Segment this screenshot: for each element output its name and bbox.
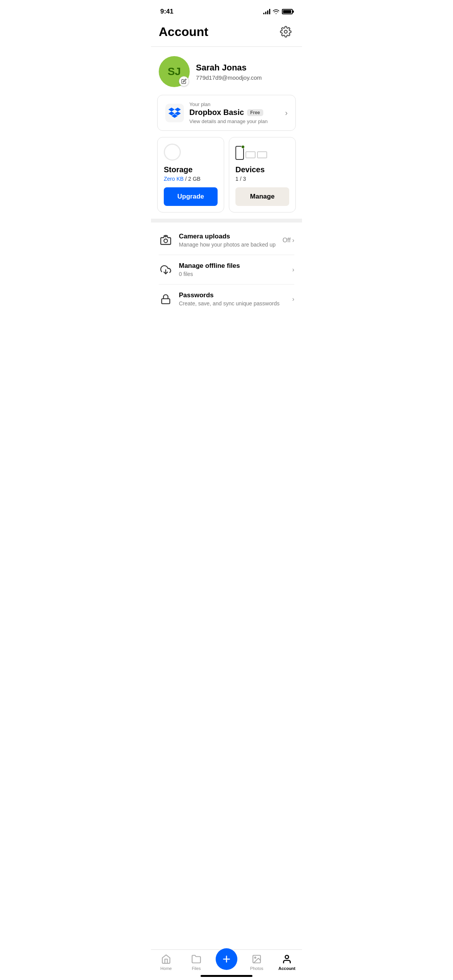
storage-total: 2 GB	[188, 176, 201, 182]
page-header: Account	[151, 19, 302, 46]
password-icon	[160, 294, 171, 305]
camera-upload-icon	[160, 235, 171, 246]
edit-avatar-button[interactable]	[179, 76, 189, 86]
offline-chevron-icon: ›	[292, 266, 294, 273]
devices-icon-area	[235, 144, 289, 160]
plan-label: Your plan	[189, 101, 280, 107]
storage-used: Zero KB	[164, 176, 184, 182]
computer-device-icon	[257, 151, 267, 158]
storage-usage: Zero KB / 2 GB	[164, 176, 218, 182]
storage-card: Storage Zero KB / 2 GB Upgrade	[157, 137, 224, 212]
camera-uploads-status: Off	[283, 237, 291, 244]
plan-description: View details and manage your plan	[189, 118, 280, 124]
phone-device-icon	[235, 146, 244, 160]
cards-row: Storage Zero KB / 2 GB Upgrade Devices 1…	[151, 137, 302, 212]
camera-uploads-desc: Manage how your photos are backed up	[179, 242, 276, 248]
dropbox-logo	[165, 104, 184, 122]
offline-files-right: ›	[292, 266, 294, 273]
passwords-title: Passwords	[179, 291, 286, 299]
devices-icon-row	[235, 144, 267, 160]
device-active-dot	[241, 145, 245, 149]
signal-bars-icon	[263, 9, 270, 14]
profile-name: Sarah Jonas	[196, 63, 294, 73]
passwords-item[interactable]: Passwords Create, save, and sync unique …	[159, 284, 294, 314]
chevron-right-icon: ›	[285, 108, 288, 117]
upgrade-button[interactable]: Upgrade	[164, 187, 218, 206]
plan-name: Dropbox Basic	[189, 108, 244, 117]
manage-devices-button[interactable]: Manage	[235, 187, 289, 206]
camera-uploads-content: Camera uploads Manage how your photos ar…	[179, 233, 276, 248]
status-bar: 9:41	[151, 0, 302, 19]
avatar-wrapper: SJ	[159, 56, 190, 87]
svg-rect-1	[162, 298, 170, 303]
profile-info: Sarah Jonas 779d17d9@moodjoy.com	[196, 63, 294, 81]
passwords-right: ›	[292, 296, 294, 303]
camera-uploads-icon	[159, 233, 173, 247]
battery-icon	[282, 9, 293, 14]
gear-icon	[280, 26, 292, 38]
offline-files-desc: 0 files	[179, 271, 286, 277]
offline-files-item[interactable]: Manage offline files 0 files ›	[159, 255, 294, 284]
plan-badge: Free	[247, 109, 263, 116]
camera-uploads-item[interactable]: Camera uploads Manage how your photos ar…	[159, 226, 294, 255]
profile-email: 779d17d9@moodjoy.com	[196, 74, 294, 81]
devices-card: Devices 1 / 3 Manage	[229, 137, 296, 212]
offline-files-icon	[159, 263, 173, 277]
offline-files-content: Manage offline files 0 files	[179, 262, 286, 277]
camera-uploads-title: Camera uploads	[179, 233, 276, 240]
tablet-device-icon	[245, 151, 256, 158]
passwords-desc: Create, save, and sync unique passwords	[179, 300, 286, 307]
plan-info: Your plan Dropbox Basic Free View detail…	[189, 101, 280, 124]
section-divider	[151, 219, 302, 223]
camera-uploads-right: Off ›	[283, 237, 294, 244]
storage-separator: /	[184, 176, 188, 182]
download-cloud-icon	[160, 264, 171, 275]
devices-title: Devices	[235, 165, 289, 174]
settings-button[interactable]	[277, 23, 294, 40]
storage-icon-area	[164, 144, 218, 160]
status-icons	[263, 9, 293, 14]
settings-list: Camera uploads Manage how your photos ar…	[151, 226, 302, 314]
plan-name-row: Dropbox Basic Free	[189, 108, 280, 117]
passwords-chevron-icon: ›	[292, 296, 294, 303]
profile-section: SJ Sarah Jonas 779d17d9@moodjoy.com	[151, 47, 302, 95]
wifi-icon	[273, 9, 280, 14]
storage-title: Storage	[164, 165, 218, 174]
offline-files-title: Manage offline files	[179, 262, 286, 270]
plan-card[interactable]: Your plan Dropbox Basic Free View detail…	[157, 95, 296, 131]
svg-point-0	[164, 239, 167, 242]
status-time: 9:41	[160, 8, 173, 15]
camera-chevron-icon: ›	[292, 237, 294, 244]
devices-count: 1 / 3	[235, 176, 289, 182]
storage-circle-icon	[164, 144, 181, 161]
passwords-icon	[159, 292, 173, 306]
dropbox-logo-icon	[168, 108, 181, 118]
pencil-icon	[181, 79, 187, 84]
passwords-content: Passwords Create, save, and sync unique …	[179, 291, 286, 307]
page-title: Account	[159, 25, 208, 39]
